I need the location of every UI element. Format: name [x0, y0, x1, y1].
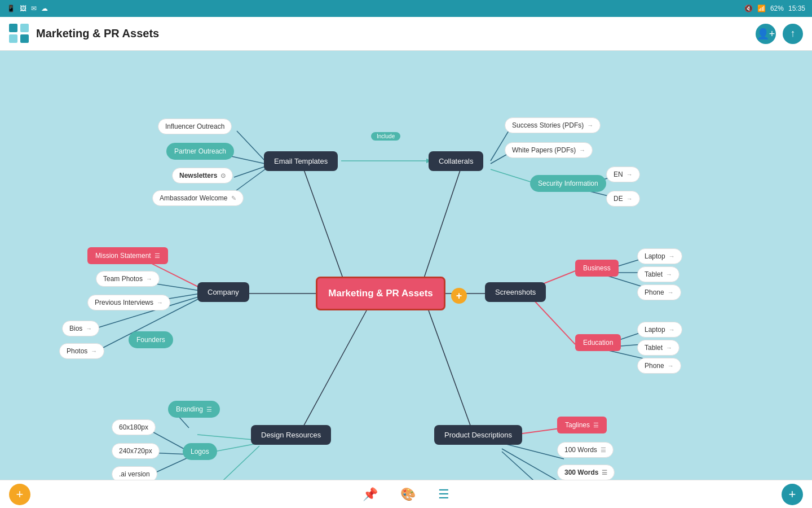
color-icon[interactable]: 🎨 — [400, 487, 416, 502]
mute-icon: 🔇 — [744, 5, 753, 12]
security-info-node[interactable]: Security Information — [530, 175, 606, 192]
phone-business-node[interactable]: Phone → — [637, 284, 681, 300]
arrow-right-icon11: → — [668, 289, 674, 296]
upload-icon: ↑ — [791, 28, 796, 40]
de-node[interactable]: DE → — [606, 191, 640, 207]
partner-outreach-node[interactable]: Partner Outreach — [166, 143, 234, 160]
menu-icon6: ☰ — [602, 469, 607, 476]
two-forty-px-node[interactable]: 240x720px — [112, 443, 160, 459]
fab-add-icon: + — [789, 487, 796, 502]
svg-line-5 — [429, 310, 474, 435]
mission-statement-node[interactable]: Mission Statement ☰ — [87, 247, 168, 264]
edit-icon: ✎ — [231, 195, 236, 202]
app-title: Marketing & PR Assets — [36, 27, 159, 40]
arrow-right-icon10: → — [666, 271, 672, 278]
add-user-button[interactable]: 👤+ — [756, 24, 776, 44]
phone-education-node[interactable]: Phone → — [637, 358, 681, 374]
product-descriptions-node[interactable]: Product Descriptions — [434, 425, 522, 445]
pin-icon[interactable]: 📌 — [363, 487, 378, 502]
upload-button[interactable]: ↑ — [783, 24, 803, 44]
three-hundred-words-node[interactable]: 300 Words ☰ — [557, 465, 615, 480]
svg-line-1 — [423, 164, 462, 281]
fab-add-button[interactable]: + — [9, 484, 30, 505]
phone-icon: 📱 — [7, 5, 15, 12]
arrow-right-icon4: → — [626, 195, 633, 202]
email-templates-label: Email Templates — [274, 157, 328, 165]
tablet-business-node[interactable]: Tablet → — [637, 266, 679, 282]
logos-node[interactable]: Logos — [183, 443, 217, 460]
svg-line-39 — [502, 452, 564, 480]
branding-node[interactable]: Branding ☰ — [168, 401, 220, 418]
bottom-bar: + 📌 🎨 ☰ + — [0, 480, 812, 508]
founders-node[interactable]: Founders — [129, 331, 173, 348]
center-add-button[interactable]: + — [451, 288, 467, 304]
business-node[interactable]: Business — [575, 260, 619, 277]
ai-version-node[interactable]: .ai version — [112, 466, 157, 480]
cloud-icon: ☁ — [41, 5, 48, 12]
tablet-education-node[interactable]: Tablet → — [637, 340, 679, 356]
ambassador-welcome-node[interactable]: Ambassador Welcome ✎ — [152, 190, 244, 206]
svg-line-0 — [302, 164, 344, 281]
plus-icon: + — [456, 290, 462, 302]
mindmap-canvas: Include Marketing & PR Assets + Email Te… — [0, 51, 812, 480]
wifi-icon: 📶 — [757, 5, 766, 12]
center-node[interactable]: Marketing & PR Assets — [316, 277, 445, 310]
email-templates-node[interactable]: Email Templates — [264, 151, 338, 171]
menu-icon-bottom[interactable]: ☰ — [438, 487, 449, 502]
app-bar: Marketing & PR Assets 👤+ ↑ — [0, 17, 812, 51]
svg-line-29 — [197, 435, 259, 440]
screenshots-node[interactable]: Screenshots — [485, 282, 546, 302]
status-right: 🔇 📶 62% 15:35 — [744, 5, 805, 12]
menu-icon2: ☰ — [206, 406, 212, 413]
svg-line-4 — [299, 310, 367, 435]
hundred-words-node[interactable]: 100 Words ☰ — [557, 442, 614, 458]
screenshots-label: Screenshots — [495, 288, 536, 296]
svg-line-8 — [234, 167, 265, 177]
arrow-right-icon8: → — [91, 348, 97, 354]
sixty-px-node[interactable]: 60x180px — [112, 419, 156, 435]
status-left-icons: 📱 🖼 ✉ ☁ — [7, 5, 48, 12]
arrow-right-icon6: → — [157, 299, 163, 306]
logo-sq-2 — [20, 24, 29, 32]
app-logo — [9, 24, 29, 44]
menu-icon5: ☰ — [601, 446, 606, 454]
company-label: Company — [208, 288, 239, 296]
company-node[interactable]: Company — [197, 282, 249, 302]
white-papers-node[interactable]: White Papers (PDFs) → — [505, 142, 593, 158]
previous-interviews-node[interactable]: Previous Interviews → — [87, 295, 170, 310]
arrow-right-icon3: → — [626, 171, 633, 178]
design-resources-label: Design Resources — [261, 431, 321, 439]
time-display: 15:35 — [788, 5, 805, 12]
svg-line-38 — [502, 449, 564, 480]
mindmap-lines — [0, 51, 812, 480]
email-icon: ✉ — [31, 5, 37, 12]
design-resources-node[interactable]: Design Resources — [251, 425, 331, 445]
photos-node[interactable]: Photos → — [59, 343, 104, 359]
logo-sq-4 — [20, 34, 29, 43]
status-bar: 📱 🖼 ✉ ☁ 🔇 📶 62% 15:35 — [0, 0, 812, 17]
svg-line-22 — [533, 299, 575, 344]
product-descriptions-label: Product Descriptions — [444, 431, 512, 439]
laptop-business-node[interactable]: Laptop → — [637, 248, 682, 264]
app-bar-left: Marketing & PR Assets — [9, 24, 159, 44]
fab-right-button[interactable]: + — [782, 484, 803, 505]
logo-sq-1 — [9, 24, 17, 32]
team-photos-node[interactable]: Team Photos → — [96, 271, 160, 287]
arrow-right-icon5: → — [146, 275, 152, 282]
success-stories-node[interactable]: Success Stories (PDFs) → — [505, 117, 601, 133]
arrow-right-icon12: → — [669, 326, 675, 333]
laptop-education-node[interactable]: Laptop → — [637, 322, 682, 338]
collaterals-label: Collaterals — [439, 157, 473, 165]
bios-node[interactable]: Bios → — [62, 321, 99, 336]
influencer-outreach-node[interactable]: Influencer Outreach — [158, 119, 232, 134]
en-node[interactable]: EN → — [606, 167, 640, 182]
taglines-node[interactable]: Taglines ☰ — [557, 417, 607, 433]
collaterals-node[interactable]: Collaterals — [429, 151, 483, 171]
logo-sq-3 — [9, 34, 17, 43]
menu-icon: ☰ — [155, 252, 160, 260]
newsletters-node[interactable]: Newsletters ⊙ — [172, 168, 233, 183]
circle-icon: ⊙ — [220, 172, 226, 179]
image-icon: 🖼 — [20, 5, 27, 12]
education-node[interactable]: Education — [575, 334, 621, 351]
center-node-label: Marketing & PR Assets — [328, 288, 433, 299]
